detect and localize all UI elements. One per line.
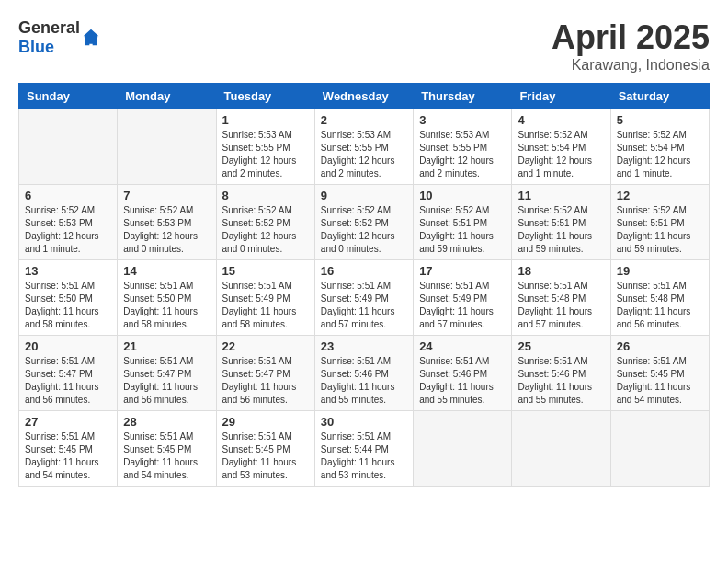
day-info: Sunrise: 5:52 AM Sunset: 5:52 PM Dayligh… [222, 204, 309, 256]
day-number: 15 [222, 264, 309, 278]
day-number: 3 [419, 113, 506, 127]
day-info: Sunrise: 5:51 AM Sunset: 5:44 PM Dayligh… [321, 431, 407, 482]
day-info: Sunrise: 5:51 AM Sunset: 5:47 PM Dayligh… [25, 355, 111, 407]
day-info: Sunrise: 5:51 AM Sunset: 5:50 PM Dayligh… [123, 280, 210, 331]
day-info: Sunrise: 5:51 AM Sunset: 5:50 PM Dayligh… [25, 280, 111, 331]
calendar-day-cell: 9Sunrise: 5:52 AM Sunset: 5:52 PM Daylig… [314, 185, 413, 260]
calendar-day-cell: 12Sunrise: 5:52 AM Sunset: 5:51 PM Dayli… [610, 185, 709, 260]
day-number: 17 [419, 264, 506, 278]
calendar-day-cell [19, 109, 118, 185]
calendar-day-cell: 20Sunrise: 5:51 AM Sunset: 5:47 PM Dayli… [19, 336, 118, 411]
day-number: 18 [518, 264, 604, 278]
calendar-day-cell: 2Sunrise: 5:53 AM Sunset: 5:55 PM Daylig… [314, 109, 413, 185]
calendar-day-cell: 19Sunrise: 5:51 AM Sunset: 5:48 PM Dayli… [610, 260, 709, 336]
day-number: 2 [321, 113, 407, 127]
calendar-day-cell: 17Sunrise: 5:51 AM Sunset: 5:49 PM Dayli… [414, 260, 512, 336]
calendar-day-cell: 26Sunrise: 5:51 AM Sunset: 5:45 PM Dayli… [610, 336, 709, 411]
location-title: Karawang, Indonesia [552, 57, 710, 74]
calendar-day-cell: 8Sunrise: 5:52 AM Sunset: 5:52 PM Daylig… [216, 185, 314, 260]
calendar-week-row: 27Sunrise: 5:51 AM Sunset: 5:45 PM Dayli… [19, 411, 710, 487]
day-info: Sunrise: 5:51 AM Sunset: 5:47 PM Dayligh… [123, 355, 210, 407]
calendar-day-cell [414, 411, 512, 487]
calendar-day-cell: 5Sunrise: 5:52 AM Sunset: 5:54 PM Daylig… [610, 109, 709, 185]
weekday-header-friday: Friday [512, 84, 610, 109]
day-number: 14 [123, 264, 210, 278]
day-info: Sunrise: 5:51 AM Sunset: 5:45 PM Dayligh… [617, 355, 703, 407]
day-number: 10 [419, 189, 506, 202]
day-info: Sunrise: 5:51 AM Sunset: 5:45 PM Dayligh… [222, 431, 309, 482]
page-header: General Blue April 2025 Karawang, Indone… [18, 18, 710, 74]
weekday-header-wednesday: Wednesday [314, 84, 413, 109]
calendar-day-cell: 16Sunrise: 5:51 AM Sunset: 5:49 PM Dayli… [314, 260, 413, 336]
day-info: Sunrise: 5:51 AM Sunset: 5:49 PM Dayligh… [222, 280, 309, 331]
day-info: Sunrise: 5:53 AM Sunset: 5:55 PM Dayligh… [419, 129, 506, 180]
day-info: Sunrise: 5:51 AM Sunset: 5:49 PM Dayligh… [321, 280, 407, 331]
day-number: 16 [321, 264, 407, 278]
calendar-day-cell: 23Sunrise: 5:51 AM Sunset: 5:46 PM Dayli… [314, 336, 413, 411]
calendar-day-cell: 1Sunrise: 5:53 AM Sunset: 5:55 PM Daylig… [216, 109, 314, 185]
calendar-day-cell: 21Sunrise: 5:51 AM Sunset: 5:47 PM Dayli… [118, 336, 216, 411]
day-info: Sunrise: 5:51 AM Sunset: 5:48 PM Dayligh… [518, 280, 604, 331]
title-area: April 2025 Karawang, Indonesia [552, 18, 710, 74]
calendar-week-row: 20Sunrise: 5:51 AM Sunset: 5:47 PM Dayli… [19, 336, 710, 411]
calendar-day-cell [512, 411, 610, 487]
calendar-day-cell: 29Sunrise: 5:51 AM Sunset: 5:45 PM Dayli… [216, 411, 314, 487]
day-info: Sunrise: 5:51 AM Sunset: 5:48 PM Dayligh… [617, 280, 703, 331]
day-info: Sunrise: 5:53 AM Sunset: 5:55 PM Dayligh… [321, 129, 407, 180]
day-info: Sunrise: 5:52 AM Sunset: 5:54 PM Dayligh… [617, 129, 703, 180]
day-info: Sunrise: 5:51 AM Sunset: 5:45 PM Dayligh… [25, 431, 111, 482]
calendar-week-row: 6Sunrise: 5:52 AM Sunset: 5:53 PM Daylig… [19, 185, 710, 260]
day-number: 29 [222, 415, 309, 429]
day-number: 24 [419, 339, 506, 353]
day-info: Sunrise: 5:52 AM Sunset: 5:53 PM Dayligh… [123, 204, 210, 256]
calendar-day-cell [118, 109, 216, 185]
day-number: 22 [222, 339, 309, 353]
calendar-table: SundayMondayTuesdayWednesdayThursdayFrid… [18, 83, 710, 487]
day-info: Sunrise: 5:51 AM Sunset: 5:47 PM Dayligh… [222, 355, 309, 407]
day-number: 7 [123, 189, 210, 202]
calendar-day-cell: 3Sunrise: 5:53 AM Sunset: 5:55 PM Daylig… [414, 109, 512, 185]
day-info: Sunrise: 5:52 AM Sunset: 5:51 PM Dayligh… [617, 204, 703, 256]
day-info: Sunrise: 5:51 AM Sunset: 5:46 PM Dayligh… [419, 355, 506, 407]
weekday-header-tuesday: Tuesday [216, 84, 314, 109]
calendar-day-cell: 4Sunrise: 5:52 AM Sunset: 5:54 PM Daylig… [512, 109, 610, 185]
day-info: Sunrise: 5:51 AM Sunset: 5:46 PM Dayligh… [321, 355, 407, 407]
weekday-header-thursday: Thursday [414, 84, 512, 109]
day-number: 21 [123, 339, 210, 353]
calendar-day-cell [610, 411, 709, 487]
day-number: 5 [617, 113, 703, 127]
weekday-header-row: SundayMondayTuesdayWednesdayThursdayFrid… [19, 84, 710, 109]
weekday-header-sunday: Sunday [19, 84, 118, 109]
calendar-day-cell: 22Sunrise: 5:51 AM Sunset: 5:47 PM Dayli… [216, 336, 314, 411]
day-number: 8 [222, 189, 309, 202]
calendar-day-cell: 14Sunrise: 5:51 AM Sunset: 5:50 PM Dayli… [118, 260, 216, 336]
calendar-day-cell: 24Sunrise: 5:51 AM Sunset: 5:46 PM Dayli… [414, 336, 512, 411]
calendar-day-cell: 7Sunrise: 5:52 AM Sunset: 5:53 PM Daylig… [118, 185, 216, 260]
weekday-header-saturday: Saturday [610, 84, 709, 109]
day-info: Sunrise: 5:52 AM Sunset: 5:53 PM Dayligh… [25, 204, 111, 256]
day-info: Sunrise: 5:51 AM Sunset: 5:49 PM Dayligh… [419, 280, 506, 331]
day-info: Sunrise: 5:52 AM Sunset: 5:51 PM Dayligh… [419, 204, 506, 256]
calendar-day-cell: 13Sunrise: 5:51 AM Sunset: 5:50 PM Dayli… [19, 260, 118, 336]
day-number: 4 [518, 113, 604, 127]
day-info: Sunrise: 5:51 AM Sunset: 5:46 PM Dayligh… [518, 355, 604, 407]
calendar-day-cell: 6Sunrise: 5:52 AM Sunset: 5:53 PM Daylig… [19, 185, 118, 260]
day-number: 26 [617, 339, 703, 353]
calendar-day-cell: 28Sunrise: 5:51 AM Sunset: 5:45 PM Dayli… [118, 411, 216, 487]
day-number: 1 [222, 113, 309, 127]
day-number: 23 [321, 339, 407, 353]
day-number: 25 [518, 339, 604, 353]
day-number: 13 [25, 264, 111, 278]
calendar-day-cell: 30Sunrise: 5:51 AM Sunset: 5:44 PM Dayli… [314, 411, 413, 487]
calendar-week-row: 1Sunrise: 5:53 AM Sunset: 5:55 PM Daylig… [19, 109, 710, 185]
day-number: 9 [321, 189, 407, 202]
calendar-day-cell: 25Sunrise: 5:51 AM Sunset: 5:46 PM Dayli… [512, 336, 610, 411]
day-info: Sunrise: 5:51 AM Sunset: 5:45 PM Dayligh… [123, 431, 210, 482]
day-info: Sunrise: 5:52 AM Sunset: 5:52 PM Dayligh… [321, 204, 407, 256]
calendar-day-cell: 27Sunrise: 5:51 AM Sunset: 5:45 PM Dayli… [19, 411, 118, 487]
day-number: 12 [617, 189, 703, 202]
day-number: 20 [25, 339, 111, 353]
day-info: Sunrise: 5:53 AM Sunset: 5:55 PM Dayligh… [222, 129, 309, 180]
calendar-day-cell: 11Sunrise: 5:52 AM Sunset: 5:51 PM Dayli… [512, 185, 610, 260]
weekday-header-monday: Monday [118, 84, 216, 109]
